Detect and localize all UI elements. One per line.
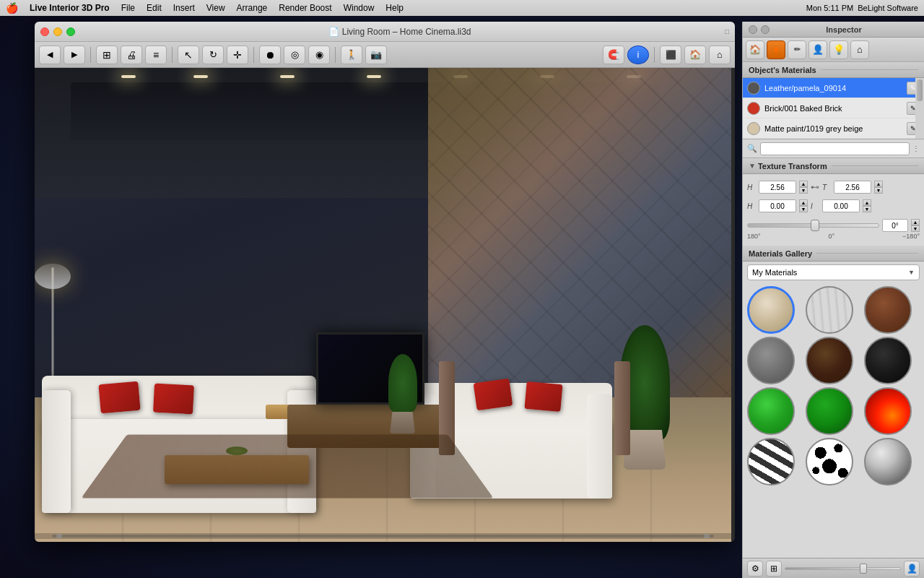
list-button[interactable]: ≡: [145, 46, 167, 64]
triangle-icon[interactable]: ▼: [749, 162, 756, 170]
inspector-tab-sphere[interactable]: ●: [767, 40, 785, 59]
floor-plan-button[interactable]: ⊞: [96, 46, 118, 64]
traffic-lights: [40, 27, 75, 36]
materials-list: Leather/pamela_09014 ✎ Brick/001 Baked B…: [743, 78, 924, 139]
inspector-tab-room[interactable]: ⌂: [850, 40, 869, 59]
tt-v2-input[interactable]: [822, 199, 860, 212]
gallery-item-concrete[interactable]: [747, 337, 795, 384]
materials-scrollbar[interactable]: [915, 78, 924, 139]
l-icon: I: [811, 202, 819, 210]
menu-view[interactable]: View: [201, 3, 231, 13]
gallery-item-dark-wood[interactable]: [806, 337, 853, 384]
menu-help[interactable]: Help: [380, 3, 409, 13]
3d-house-button[interactable]: 🏠: [684, 46, 706, 64]
walk-button[interactable]: 🚶: [341, 46, 362, 64]
rotate-button[interactable]: ↻: [202, 46, 224, 64]
thumbnail-size-slider[interactable]: [785, 567, 901, 570]
gallery-item-wood[interactable]: [806, 286, 853, 334]
tt-v1-stepper[interactable]: ▲ ▼: [799, 199, 808, 212]
material-item-1[interactable]: Brick/001 Baked Brick ✎: [743, 98, 924, 118]
tt-h1-input[interactable]: [759, 181, 796, 194]
tt-h2-down[interactable]: ▼: [874, 187, 883, 194]
overview-button[interactable]: ⌂: [709, 46, 731, 64]
tt-v1-input[interactable]: [759, 199, 796, 212]
tt-row-hscale: H ▲ ▼ ⊷ T ▲ ▼: [747, 178, 920, 196]
inspector-tab-bulb[interactable]: 💡: [829, 40, 848, 59]
gallery-item-zebra[interactable]: [747, 438, 795, 486]
menu-edit[interactable]: Edit: [141, 3, 167, 13]
inspector-list-button[interactable]: 👤: [904, 561, 920, 577]
tt-angle-down[interactable]: ▼: [911, 225, 920, 232]
forward-button[interactable]: ▶: [64, 46, 85, 64]
material-name-2: Matte paint/1019 grey beige: [764, 124, 902, 133]
inspector-grid-button[interactable]: ⊞: [766, 561, 782, 577]
tt-angle-up[interactable]: ▲: [911, 219, 920, 225]
gallery-item-fire[interactable]: [864, 387, 912, 435]
inspector-tab-pencil[interactable]: ✏: [788, 40, 806, 59]
menu-render[interactable]: Render Boost: [273, 3, 337, 13]
screenshot-button[interactable]: 📷: [365, 46, 387, 64]
tt-angle-stepper[interactable]: ▲ ▼: [911, 219, 920, 232]
search-input[interactable]: [760, 142, 910, 155]
tt-h1-down[interactable]: ▼: [799, 187, 808, 194]
3d-viewport[interactable]: [35, 68, 731, 542]
camera-toggle-button[interactable]: ◉: [308, 46, 330, 64]
tt-v2-down[interactable]: ▼: [863, 206, 871, 212]
select-button[interactable]: ↖: [178, 46, 199, 64]
gallery-item-green-dark[interactable]: [806, 387, 853, 435]
tt-row-vscale: H ▲ ▼ I ▲ ▼: [747, 197, 920, 215]
tt-v2-up[interactable]: ▲: [863, 199, 871, 206]
app-name[interactable]: Live Interior 3D Pro: [24, 3, 116, 13]
materials-search-bar: 🔍 ⋮: [743, 139, 924, 158]
2d-view-button[interactable]: ⬛: [660, 46, 681, 64]
tt-slider-thumb[interactable]: [811, 220, 819, 231]
info-button[interactable]: i: [627, 46, 649, 64]
menu-insert[interactable]: Insert: [167, 3, 201, 13]
separator-1: [90, 47, 91, 63]
tt-angle-slider[interactable]: [747, 223, 879, 228]
inspector-minimize[interactable]: [761, 25, 770, 34]
thumbnail-slider-thumb[interactable]: [860, 564, 867, 574]
move-button[interactable]: ✛: [227, 46, 248, 64]
materials-button[interactable]: 🧲: [603, 46, 624, 64]
gallery-item-brick[interactable]: [864, 286, 912, 334]
tt-h2-stepper[interactable]: ▲ ▼: [874, 181, 883, 194]
objects-materials-label: Object's Materials: [749, 66, 816, 74]
apple-menu[interactable]: 🍎: [6, 2, 18, 14]
inspector-toolbar: 🏠 ● ✏ 👤 💡 ⌂: [743, 38, 924, 62]
tt-angle-input[interactable]: [882, 219, 908, 232]
back-button[interactable]: ◀: [39, 46, 61, 64]
tt-h2-input[interactable]: [834, 181, 871, 194]
inspector-tab-person[interactable]: 👤: [808, 40, 827, 59]
tt-v2-stepper[interactable]: ▲ ▼: [863, 199, 871, 212]
record-button[interactable]: ⏺: [259, 46, 281, 64]
view-button[interactable]: ◎: [284, 46, 305, 64]
app-brand: BeLight Software: [858, 4, 918, 12]
gallery-item-black[interactable]: [864, 337, 912, 384]
tt-h1-stepper[interactable]: ▲ ▼: [799, 181, 808, 194]
menu-window[interactable]: Window: [338, 3, 380, 13]
maximize-button[interactable]: [66, 27, 75, 36]
material-item-2[interactable]: Matte paint/1019 grey beige ✎: [743, 118, 924, 139]
tt-v1-up[interactable]: ▲: [799, 199, 808, 206]
tt-h1-up[interactable]: ▲: [799, 181, 808, 187]
menu-file[interactable]: File: [116, 3, 141, 13]
gallery-dropdown[interactable]: My Materials ▼: [747, 264, 920, 280]
horizontal-scrollbar[interactable]: [35, 533, 731, 539]
gallery-item-beige[interactable]: [747, 286, 795, 334]
menu-arrange[interactable]: Arrange: [231, 3, 274, 13]
tt-v1-down[interactable]: ▼: [799, 206, 808, 212]
gallery-item-spots[interactable]: [806, 438, 853, 486]
gallery-item-chrome[interactable]: [864, 438, 912, 486]
material-item-0[interactable]: Leather/pamela_09014 ✎: [743, 78, 924, 98]
inspector-close[interactable]: [749, 25, 757, 34]
inspector-settings-button[interactable]: ⚙: [747, 561, 763, 577]
print-button[interactable]: 🖨: [121, 46, 142, 64]
gallery-item-green-bright[interactable]: [747, 387, 795, 435]
close-button[interactable]: [40, 27, 49, 36]
tt-h2-up[interactable]: ▲: [874, 181, 883, 187]
minimize-button[interactable]: [53, 27, 62, 36]
inspector-tab-objects[interactable]: 🏠: [746, 40, 764, 59]
options-icon[interactable]: ⋮: [912, 144, 920, 152]
inspector-bottom-toolbar: ⚙ ⊞ 👤: [743, 558, 924, 578]
